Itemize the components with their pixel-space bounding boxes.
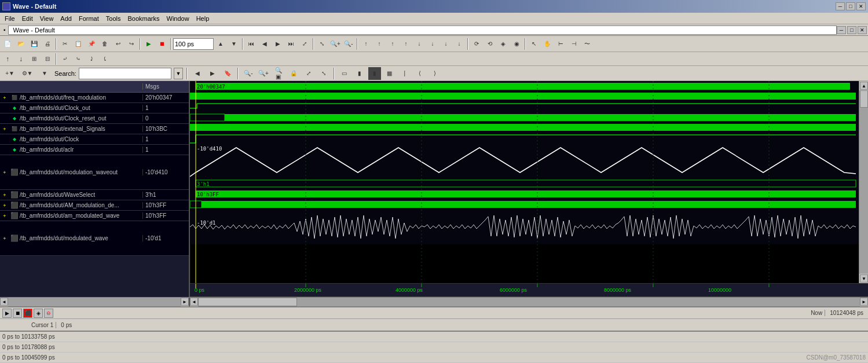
cursor6-btn[interactable]: ↓ — [426, 38, 439, 50]
tb2-a[interactable]: ⤶ — [58, 53, 71, 65]
cursor5-btn[interactable]: ↓ — [413, 38, 426, 50]
search-dropdown-btn[interactable]: ▼ — [174, 68, 183, 79]
filter-btn[interactable]: ▼ — [37, 67, 52, 80]
signal-row[interactable]: ◆ /tb_amfmdds/dut/Clock_out 1 — [0, 103, 189, 113]
menu-tools[interactable]: Tools — [102, 14, 124, 23]
expand-icon-7[interactable]: + — [0, 168, 9, 177]
delete-button[interactable]: 🗑 — [98, 38, 111, 50]
cursor1-btn[interactable]: ↑ — [360, 38, 372, 50]
expand-icon-9[interactable]: + — [0, 201, 9, 210]
tab-close-btn[interactable]: ✕ — [858, 26, 867, 34]
waveform-area[interactable]: 20'h00347 -10'd — [190, 81, 868, 297]
status-btn-4[interactable]: ◈ — [34, 309, 43, 318]
stop-button[interactable]: ⏹ — [156, 38, 169, 50]
wave-scroll-right-btn[interactable]: ► — [860, 298, 868, 306]
menu-file[interactable]: File — [1, 14, 19, 23]
next-btn[interactable]: ⏭ — [285, 38, 298, 50]
add-signal-btn[interactable]: +▼ — [2, 67, 17, 80]
zoom-full-btn[interactable]: ⤡ — [316, 38, 328, 50]
tab-minimize-btn[interactable]: ─ — [837, 26, 846, 34]
signal-row[interactable]: ◆ /tb_amfmdds/dut/Clock_reset_out 0 — [0, 113, 189, 124]
search-bookmark-btn[interactable]: 🔖 — [221, 67, 234, 80]
minimize-button[interactable]: ─ — [836, 2, 845, 10]
expand-icon-4[interactable]: + — [0, 124, 9, 134]
hier-dn-btn[interactable]: ↓ — [14, 53, 27, 65]
zoom-full-btn2[interactable]: ⤡ — [317, 67, 330, 80]
signal-row[interactable]: ◆ /tb_amfmdds/dut/aclr 1 — [0, 145, 189, 155]
menu-view[interactable]: View — [36, 14, 57, 23]
cursor7-btn[interactable]: ↓ — [440, 38, 452, 50]
tab-title[interactable]: Wave - Default — [8, 25, 837, 35]
close-button[interactable]: ✕ — [856, 2, 866, 10]
cursor8-btn[interactable]: ↓ — [453, 38, 466, 50]
shape4-btn[interactable]: ▦ — [383, 67, 396, 80]
step-fwd-btn[interactable]: ▶ — [272, 38, 284, 50]
left-scroll-left-btn[interactable]: ◄ — [0, 298, 8, 306]
wave-h-thumb[interactable] — [198, 298, 297, 306]
search-input[interactable] — [79, 68, 171, 79]
sig-collapse-btn[interactable]: ⊟ — [41, 53, 54, 65]
zoom-out-btn[interactable]: 🔍- — [342, 38, 355, 50]
expand-icon-10[interactable]: + — [0, 211, 9, 221]
snap-btn[interactable]: ⤢ — [298, 38, 311, 50]
status-btn-3[interactable]: ⬛ — [23, 309, 32, 318]
expand-icon-11[interactable]: + — [0, 234, 9, 243]
time-input[interactable] — [173, 38, 214, 50]
maximize-button[interactable]: □ — [846, 2, 855, 10]
extra3-btn[interactable]: ◈ — [497, 38, 510, 50]
shape5-btn[interactable]: | — [398, 67, 411, 80]
copy-button[interactable]: 📋 — [72, 38, 85, 50]
time-step-up[interactable]: ▲ — [214, 38, 227, 50]
signal-row[interactable]: + ⬛ /tb_amfmdds/dut/modulated_wave -10'd… — [0, 221, 189, 256]
cursor4-btn[interactable]: ↑ — [400, 38, 412, 50]
print-button[interactable]: 🖨 — [41, 38, 54, 50]
zoom-lock-btn[interactable]: 🔒 — [287, 67, 300, 80]
search-prev-btn[interactable]: ◀ — [191, 67, 204, 80]
wave-btn[interactable]: 〜 — [581, 38, 594, 50]
status-btn-1[interactable]: ▶ — [2, 309, 12, 318]
redo-button[interactable]: ↪ — [125, 38, 138, 50]
save-button[interactable]: 💾 — [28, 38, 41, 50]
cursor2-btn[interactable]: ↑ — [373, 38, 386, 50]
zoom-fit-btn[interactable]: ⤢ — [302, 67, 315, 80]
signal-row[interactable]: + ⬛ /tb_amfmdds/dut/modulation_waveout -… — [0, 155, 189, 190]
menu-window[interactable]: Window — [163, 14, 193, 23]
undo-button[interactable]: ↩ — [112, 38, 124, 50]
ruler-btn[interactable]: ⊣ — [567, 38, 580, 50]
hand-btn[interactable]: ✋ — [541, 38, 554, 50]
signal-row[interactable]: + ⬛ /tb_amfmdds/dut/AM_modulation_de... … — [0, 200, 189, 211]
measure-btn[interactable]: ⊢ — [554, 38, 567, 50]
status-btn-2[interactable]: ⏹ — [13, 309, 22, 318]
wave-scroll-left-btn[interactable]: ◄ — [190, 298, 198, 306]
tb2-d[interactable]: ⤹ — [98, 53, 111, 65]
new-button[interactable]: 📄 — [1, 38, 14, 50]
extra4-btn[interactable]: ◉ — [510, 38, 523, 50]
step-back-btn[interactable]: ◀ — [258, 38, 271, 50]
signal-opts-btn[interactable]: ⚙▼ — [20, 67, 35, 80]
tb2-c[interactable]: ⤸ — [85, 53, 98, 65]
shape3-btn[interactable]: ▮ — [368, 67, 381, 80]
shape7-btn[interactable]: ⟩ — [428, 67, 441, 80]
expand-icon-8[interactable]: + — [0, 190, 9, 200]
zoom-in-small-btn[interactable]: 🔍+ — [257, 67, 270, 80]
cut-button[interactable]: ✂ — [58, 38, 71, 50]
search-next-btn[interactable]: ▶ — [206, 67, 219, 80]
cursor3-btn[interactable]: ↑ — [386, 38, 399, 50]
extra2-btn[interactable]: ⟲ — [484, 38, 496, 50]
time-step-down[interactable]: ▼ — [228, 38, 240, 50]
status-btn-5[interactable]: ⊖ — [44, 309, 53, 318]
sig-expand-btn[interactable]: ⊞ — [28, 53, 41, 65]
tb2-b[interactable]: ⤷ — [72, 53, 85, 65]
signal-row[interactable]: ◆ /tb_amfmdds/dut/Clock 1 — [0, 134, 189, 145]
zoom-area-btn[interactable]: 🔍▣ — [272, 67, 285, 80]
scroll-down-btn[interactable]: ▼ — [860, 274, 868, 283]
signal-row[interactable]: + ⬛ /tb_amfmdds/dut/freq_modulation 20'h… — [0, 93, 189, 103]
menu-format[interactable]: Format — [75, 14, 102, 23]
left-scroll-right-btn[interactable]: ► — [181, 298, 189, 306]
signal-row[interactable]: + ⬛ /tb_amfmdds/dut/WaveSelect 3'h1 — [0, 190, 189, 200]
zoom-out-small-btn[interactable]: 🔍- — [242, 67, 255, 80]
expand-icon-1[interactable]: + — [0, 93, 9, 102]
tab-maximize-btn[interactable]: □ — [847, 26, 856, 34]
scroll-up-btn[interactable]: ▲ — [860, 82, 868, 90]
zoom-in-btn[interactable]: 🔍+ — [329, 38, 342, 50]
